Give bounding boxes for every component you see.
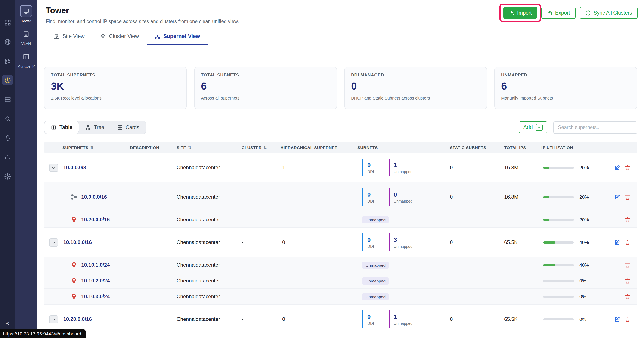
stat-card-total-subnets: TOTAL SUBNETS6Across all supernets <box>194 67 337 109</box>
description-cell <box>128 279 175 283</box>
supernet-link[interactable]: 10.10.0.0/16 <box>63 239 92 245</box>
sync-all-clusters-button-label: Sync All Clusters <box>594 10 632 16</box>
cluster-cell: - <box>240 238 279 247</box>
unmapped-label: Unmapped <box>394 199 412 203</box>
utilization-label: 0% <box>580 278 586 283</box>
rail-item-bell[interactable] <box>2 132 13 143</box>
delete-row-button[interactable] <box>624 239 631 246</box>
supernet-link[interactable]: 10.0.0.0/16 <box>81 194 107 200</box>
site-cell: Chennaidatacenter <box>175 215 240 224</box>
sync-all-clusters-button[interactable]: Sync All Clusters <box>580 7 638 19</box>
tab-supernet-view[interactable]: Supernet View <box>147 29 208 45</box>
delete-row-button[interactable] <box>624 316 631 323</box>
utilization-fill <box>543 196 549 198</box>
sync-icon <box>586 10 591 15</box>
unmapped-label: Unmapped <box>394 169 412 174</box>
page-title: Tower <box>46 6 239 15</box>
gear-icon <box>4 173 11 180</box>
edit-row-button[interactable] <box>614 239 620 246</box>
rail-icon-list <box>2 17 13 182</box>
view-tree-icon <box>85 125 91 130</box>
view-tabs: Site ViewCluster ViewSupernet View <box>37 29 644 45</box>
utilization-label: 20% <box>580 165 589 170</box>
supernet-cell: 10.10.1.0/24 <box>44 260 128 270</box>
view-toggle-tree[interactable]: Tree <box>79 121 110 134</box>
supernet-link[interactable]: 10.10.1.0/24 <box>81 262 110 268</box>
subnet-stats: 0DDI0Unmapped <box>358 188 446 206</box>
column-header-label: SUPERNETS <box>62 145 88 150</box>
view-toggle-cards[interactable]: Cards <box>110 121 146 134</box>
supernet-link[interactable]: 10.20.0.0/16 <box>81 217 110 223</box>
add-button[interactable]: Add <box>519 121 548 133</box>
column-header-site[interactable]: SITE⇅ <box>175 142 240 152</box>
utilization-cell: 0% <box>540 315 607 324</box>
stat-card-label: UNMAPPED <box>501 73 630 77</box>
row-expander-button[interactable] <box>49 163 58 172</box>
description-cell <box>128 241 175 244</box>
rail-item-servers[interactable] <box>2 94 13 105</box>
utilization-label: 0% <box>580 294 586 299</box>
stat-cards: TOTAL SUPERNETS3K1.5K Root-level allocat… <box>44 67 637 109</box>
add-dropdown-caret-icon <box>536 124 543 131</box>
unmapped-subnet-stat: 1Unmapped <box>388 310 412 328</box>
supernet-link[interactable]: 10.10.3.0/24 <box>81 294 110 300</box>
site-cell: Chennaidatacenter <box>175 276 240 286</box>
utilization-bar <box>543 296 574 298</box>
column-header-label: SUBNETS <box>358 145 378 150</box>
sidebar-item-manage-ip[interactable]: Manage IP <box>15 51 37 68</box>
supernet-link[interactable]: 10.0.0.0/8 <box>63 165 86 170</box>
sidebar-collapse-button[interactable]: « <box>0 319 15 327</box>
rail-item-ipam[interactable] <box>2 75 13 85</box>
delete-row-button[interactable] <box>624 262 631 268</box>
sidebar-item-vlan[interactable]: VLAN <box>15 29 37 46</box>
site-cell: Chennaidatacenter <box>175 315 240 324</box>
supernet-link[interactable]: 10.10.2.0/24 <box>81 278 110 284</box>
row-expander-button[interactable] <box>49 238 58 246</box>
delete-row-button[interactable] <box>624 293 631 300</box>
rail-item-dashboard[interactable] <box>2 17 13 28</box>
import-button[interactable]: Import <box>504 7 537 19</box>
rail-item-globe[interactable] <box>2 36 13 47</box>
hierarchical-cell: 0 <box>279 315 356 324</box>
delete-row-button[interactable] <box>624 164 631 171</box>
delete-row-button[interactable] <box>624 216 631 223</box>
unmapped-count: 0 <box>394 191 412 198</box>
table-row: 10.10.3.0/24ChennaidatacenterUnmapped0% <box>44 289 637 305</box>
sort-icon[interactable]: ⇅ <box>90 145 94 150</box>
rail-item-search[interactable] <box>2 113 13 124</box>
rail-item-apps[interactable] <box>2 55 13 66</box>
edit-row-button[interactable] <box>614 164 620 171</box>
subnets-cell: 0DDI1Unmapped <box>356 157 448 178</box>
stat-card-unmapped: UNMAPPED6Manually imported Subnets <box>494 67 637 109</box>
export-button[interactable]: Export <box>542 7 576 19</box>
edit-row-button[interactable] <box>614 316 620 323</box>
delete-row-button[interactable] <box>624 278 631 284</box>
subnet-stats: 0DDI3Unmapped <box>358 233 446 251</box>
sidebar-item-tower[interactable]: Tower <box>15 5 37 23</box>
column-header-cluster[interactable]: CLUSTER⇅ <box>240 142 279 152</box>
sort-icon[interactable]: ⇅ <box>188 145 192 150</box>
rail-item-gear[interactable] <box>2 171 13 182</box>
search-input[interactable] <box>553 121 637 134</box>
supernet-link[interactable]: 10.20.0.0/16 <box>63 316 92 322</box>
sort-icon[interactable]: ⇅ <box>264 145 267 150</box>
supernet-cell: 10.0.0.0/8 <box>44 162 128 173</box>
stat-card-caption: 1.5K Root-level allocations <box>51 96 180 100</box>
column-header-static-subnets: STATIC SUBNETS <box>448 142 502 152</box>
export-button-label: Export <box>555 10 570 16</box>
tab-site-view[interactable]: Site View <box>46 29 92 45</box>
stat-card-total-supernets: TOTAL SUPERNETS3K1.5K Root-level allocat… <box>44 67 187 109</box>
column-header-supernets[interactable]: SUPERNETS⇅ <box>44 142 128 152</box>
view-toggle-table[interactable]: Table <box>44 121 79 134</box>
tab-cluster-view[interactable]: Cluster View <box>92 29 147 45</box>
rail-item-cloud[interactable] <box>2 152 13 162</box>
unmapped-subnet-stat: 3Unmapped <box>388 233 412 251</box>
delete-row-button[interactable] <box>624 194 631 200</box>
table-row: 10.20.0.0/16ChennaidatacenterUnmapped20% <box>44 212 637 228</box>
utilization-bar <box>543 166 574 169</box>
unmapped-label: Unmapped <box>394 321 412 326</box>
table-row: 10.10.1.0/24ChennaidatacenterUnmapped40% <box>44 257 637 273</box>
supernet-icon <box>154 33 160 39</box>
row-expander-button[interactable] <box>49 315 58 323</box>
edit-row-button[interactable] <box>614 194 620 200</box>
